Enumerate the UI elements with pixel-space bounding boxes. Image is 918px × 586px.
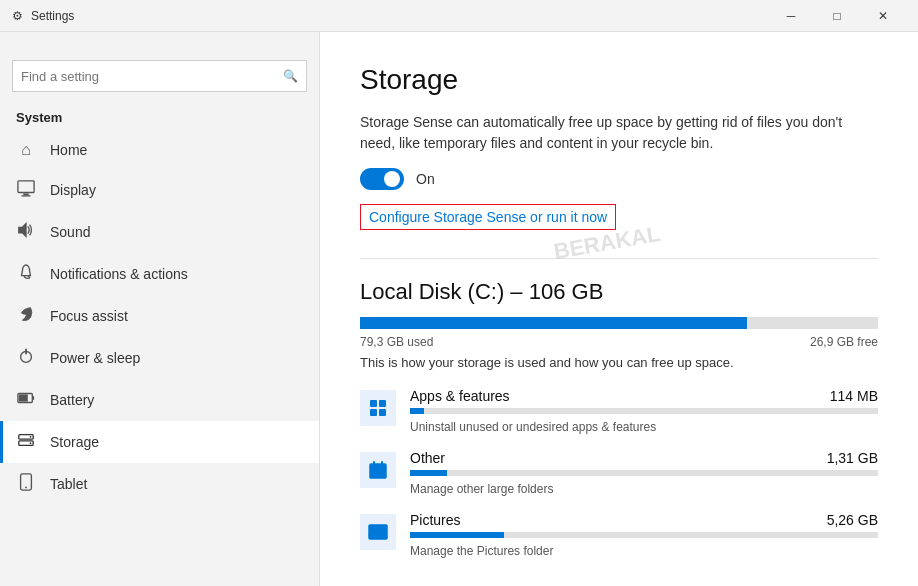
main-content: 🔍 System ⌂ Home Display Sound Notificati…: [0, 32, 918, 586]
svg-rect-20: [373, 461, 375, 466]
pictures-icon: [360, 514, 396, 550]
display-icon: [16, 179, 36, 201]
sidebar-item-notifications-label: Notifications & actions: [50, 266, 188, 282]
pictures-name: Pictures: [410, 512, 461, 528]
disk-bar-free: [747, 317, 878, 329]
svg-rect-22: [369, 525, 387, 539]
svg-rect-21: [381, 461, 383, 466]
configure-link[interactable]: Configure Storage Sense or run it now: [360, 204, 616, 230]
disk-bar-container: [360, 317, 878, 329]
sound-icon: [16, 221, 36, 243]
other-bar: [410, 470, 878, 476]
svg-point-11: [30, 436, 32, 438]
minimize-button[interactable]: ─: [768, 0, 814, 32]
disk-bar-used: [360, 317, 747, 329]
svg-rect-8: [19, 394, 28, 401]
window-title: Settings: [31, 9, 74, 23]
battery-icon: [16, 389, 36, 411]
other-bar-fill: [410, 470, 447, 476]
svg-point-12: [30, 442, 32, 444]
home-icon: ⌂: [16, 141, 36, 159]
pictures-sub: Manage the Pictures folder: [410, 544, 553, 558]
apps-body: Apps & features 114 MB Uninstall unused …: [410, 388, 878, 434]
sidebar-item-focus[interactable]: Focus assist: [0, 295, 319, 337]
close-button[interactable]: ✕: [860, 0, 906, 32]
sidebar-item-tablet[interactable]: Tablet: [0, 463, 319, 505]
page-title: Storage: [360, 64, 878, 96]
apps-bar-fill: [410, 408, 424, 414]
svg-rect-1: [23, 193, 28, 195]
apps-name: Apps & features: [410, 388, 510, 404]
pictures-top: Pictures 5,26 GB: [410, 512, 878, 528]
other-name: Other: [410, 450, 445, 466]
apps-sub: Uninstall unused or undesired apps & fea…: [410, 420, 656, 434]
sidebar-item-storage-label: Storage: [50, 434, 99, 450]
sidebar-item-battery-label: Battery: [50, 392, 94, 408]
svg-rect-18: [379, 409, 386, 416]
disk-used-label: 79,3 GB used: [360, 335, 433, 349]
power-icon: [16, 347, 36, 369]
title-bar-left: ⚙ Settings: [12, 9, 74, 23]
svg-rect-2: [22, 195, 31, 196]
apps-icon: [360, 390, 396, 426]
other-icon: [360, 452, 396, 488]
sidebar-header: [0, 32, 319, 56]
storage-items-list: Apps & features 114 MB Uninstall unused …: [360, 388, 878, 558]
apps-bar: [410, 408, 878, 414]
other-body: Other 1,31 GB Manage other large folders: [410, 450, 878, 496]
svg-rect-16: [379, 400, 386, 407]
svg-rect-0: [18, 181, 34, 193]
settings-icon: ⚙: [12, 9, 23, 23]
search-input[interactable]: [21, 69, 283, 84]
other-sub: Manage other large folders: [410, 482, 553, 496]
toggle-knob: [384, 171, 400, 187]
sidebar-item-battery[interactable]: Battery: [0, 379, 319, 421]
title-bar-controls: ─ □ ✕: [768, 0, 906, 32]
sidebar-item-display[interactable]: Display: [0, 169, 319, 211]
sidebar-item-notifications[interactable]: Notifications & actions: [0, 253, 319, 295]
apps-top: Apps & features 114 MB: [410, 388, 878, 404]
sidebar-item-power[interactable]: Power & sleep: [0, 337, 319, 379]
focus-icon: [16, 305, 36, 327]
sidebar: 🔍 System ⌂ Home Display Sound Notificati…: [0, 32, 320, 586]
sidebar-item-power-label: Power & sleep: [50, 350, 140, 366]
apps-size: 114 MB: [830, 388, 878, 404]
main-panel: BERAKAL Storage Storage Sense can automa…: [320, 32, 918, 586]
sidebar-item-home-label: Home: [50, 142, 87, 158]
storage-item-apps[interactable]: Apps & features 114 MB Uninstall unused …: [360, 388, 878, 434]
sidebar-item-tablet-label: Tablet: [50, 476, 87, 492]
sidebar-item-sound-label: Sound: [50, 224, 90, 240]
sidebar-section-label: System: [0, 104, 319, 131]
other-top: Other 1,31 GB: [410, 450, 878, 466]
disk-title: Local Disk (C:) – 106 GB: [360, 279, 878, 305]
title-bar: ⚙ Settings ─ □ ✕: [0, 0, 918, 32]
search-box[interactable]: 🔍: [12, 60, 307, 92]
maximize-button[interactable]: □: [814, 0, 860, 32]
svg-marker-3: [19, 224, 26, 237]
svg-rect-15: [370, 400, 377, 407]
toggle-row: On: [360, 168, 878, 190]
sidebar-item-home[interactable]: ⌂ Home: [0, 131, 319, 169]
pictures-size: 5,26 GB: [827, 512, 878, 528]
svg-rect-7: [32, 396, 34, 400]
toggle-label: On: [416, 171, 435, 187]
notifications-icon: [16, 263, 36, 285]
sidebar-item-focus-label: Focus assist: [50, 308, 128, 324]
pictures-bar-fill: [410, 532, 504, 538]
disk-bar: [360, 317, 878, 329]
svg-rect-17: [370, 409, 377, 416]
storage-item-other[interactable]: Other 1,31 GB Manage other large folders: [360, 450, 878, 496]
search-icon: 🔍: [283, 69, 298, 83]
svg-point-14: [25, 487, 27, 489]
disk-free-label: 26,9 GB free: [810, 335, 878, 349]
storage-item-pictures[interactable]: Pictures 5,26 GB Manage the Pictures fol…: [360, 512, 878, 558]
pictures-body: Pictures 5,26 GB Manage the Pictures fol…: [410, 512, 878, 558]
sidebar-item-sound[interactable]: Sound: [0, 211, 319, 253]
sidebar-item-storage[interactable]: Storage: [0, 421, 319, 463]
sidebar-item-display-label: Display: [50, 182, 96, 198]
svg-rect-19: [370, 464, 386, 478]
storage-sense-toggle[interactable]: [360, 168, 404, 190]
pictures-bar: [410, 532, 878, 538]
storage-sense-desc: Storage Sense can automatically free up …: [360, 112, 878, 154]
tablet-icon: [16, 473, 36, 495]
